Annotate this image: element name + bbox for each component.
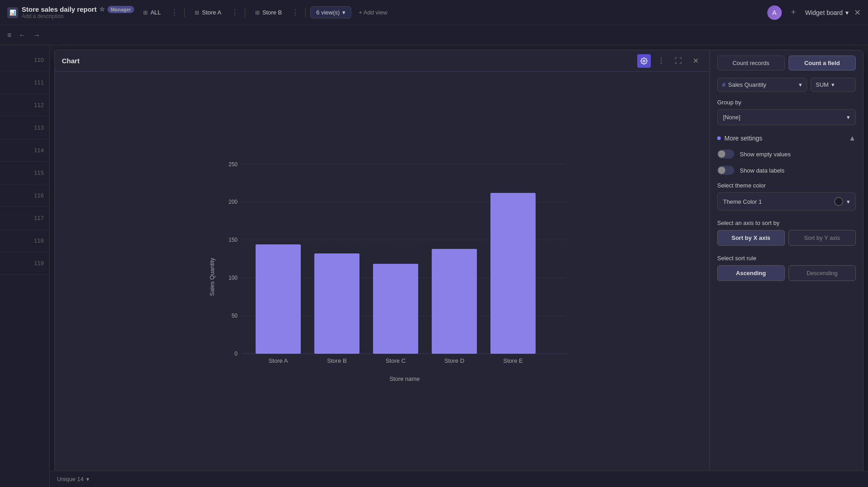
top-bar-left: 📊 Store sales daily report ☆ Manager Add… bbox=[7, 5, 762, 19]
chart-body: Sales Quantity 250 200 150 100 50 bbox=[55, 72, 709, 482]
agg-selector[interactable]: SUM ▾ bbox=[811, 78, 856, 92]
widget-board-button[interactable]: Widget board ▾ bbox=[805, 9, 849, 16]
show-labels-toggle[interactable] bbox=[717, 166, 734, 175]
add-description[interactable]: Add a description bbox=[22, 13, 134, 19]
tab-divider-2 bbox=[245, 8, 245, 17]
add-view-label: + Add view bbox=[359, 9, 387, 16]
show-labels-label: Show data labels bbox=[740, 167, 784, 174]
group-by-chevron: ▾ bbox=[847, 114, 850, 121]
svg-text:50: 50 bbox=[232, 313, 238, 319]
theme-chevron: ▾ bbox=[847, 198, 850, 205]
more-settings-text: More settings bbox=[724, 135, 762, 142]
main-area: 110 111 112 113 114 115 116 117 118 119 … bbox=[0, 45, 868, 487]
sort-x-label: Sort by X axis bbox=[732, 234, 770, 241]
bar-store-c[interactable] bbox=[373, 264, 418, 354]
tab-store-b[interactable]: ⊞ Store B bbox=[250, 7, 287, 18]
row-numbers-sidebar: 110 111 112 113 114 115 116 117 118 119 bbox=[0, 45, 50, 487]
title-text: Store sales daily report bbox=[22, 5, 97, 13]
menu-button[interactable]: ≡ bbox=[5, 29, 13, 41]
theme-dropdown[interactable]: Theme Color 1 ▾ bbox=[717, 192, 856, 211]
theme-value: Theme Color 1 bbox=[723, 198, 762, 205]
field-row: # Sales Quantity ▾ SUM ▾ bbox=[710, 74, 863, 95]
close-top-button[interactable]: ✕ bbox=[854, 8, 861, 18]
sort-rule-buttons: Ascending Descending bbox=[717, 265, 856, 281]
agg-chevron: ▾ bbox=[831, 81, 835, 88]
tab-store-b-dots[interactable]: ⋮ bbox=[290, 8, 301, 17]
bar-store-d[interactable] bbox=[432, 249, 477, 354]
widget-board-chevron: ▾ bbox=[845, 9, 849, 16]
field-hash: # bbox=[722, 81, 725, 88]
svg-text:200: 200 bbox=[229, 199, 238, 205]
user-initials: A bbox=[772, 9, 776, 16]
add-view-button[interactable]: + Add view bbox=[354, 7, 392, 18]
row-118: 118 bbox=[0, 229, 49, 252]
theme-color-dot bbox=[834, 197, 843, 206]
show-empty-toggle[interactable] bbox=[717, 150, 734, 159]
svg-text:150: 150 bbox=[229, 237, 238, 243]
chart-container: Chart ⋮ ⛶ ✕ Sa bbox=[55, 50, 709, 482]
page-title: Store sales daily report ☆ Manager bbox=[22, 5, 134, 13]
tab-store-a-dots[interactable]: ⋮ bbox=[229, 8, 240, 17]
svg-text:100: 100 bbox=[229, 275, 238, 281]
theme-right: ▾ bbox=[834, 197, 850, 206]
group-by-dropdown[interactable]: [None] ▾ bbox=[717, 109, 856, 125]
tab-all[interactable]: ⊞ ALL bbox=[138, 7, 166, 18]
row-116: 116 bbox=[0, 184, 49, 207]
tab-store-a-icon: ⊞ bbox=[195, 9, 199, 16]
row-111: 111 bbox=[0, 71, 49, 94]
svg-text:0: 0 bbox=[234, 351, 238, 357]
svg-text:250: 250 bbox=[229, 161, 238, 168]
sort-y-axis-button[interactable]: Sort by Y axis bbox=[789, 230, 856, 246]
more-settings-label: More settings bbox=[717, 135, 762, 142]
user-avatar[interactable]: A bbox=[767, 5, 782, 20]
ascending-button[interactable]: Ascending bbox=[717, 265, 785, 281]
svg-text:Store D: Store D bbox=[444, 357, 464, 364]
count-records-button[interactable]: Count records bbox=[717, 56, 785, 70]
tab-all-label: ALL bbox=[150, 9, 161, 16]
tab-store-b-label: Store B bbox=[262, 9, 282, 16]
chart-close-button[interactable]: ✕ bbox=[689, 54, 702, 68]
top-bar-right: A + Widget board ▾ ✕ bbox=[767, 5, 861, 20]
row-113: 113 bbox=[0, 117, 49, 139]
svg-text:Store C: Store C bbox=[386, 357, 406, 364]
plus-button[interactable]: + bbox=[787, 6, 800, 19]
tab-all-dots[interactable]: ⋮ bbox=[169, 8, 180, 17]
more-settings-chevron: ▲ bbox=[849, 134, 856, 142]
field-selector[interactable]: # Sales Quantity ▾ bbox=[717, 78, 807, 92]
back-button[interactable]: ← bbox=[17, 29, 28, 41]
app-icon: 📊 bbox=[7, 7, 18, 18]
sort-y-label: Sort by Y axis bbox=[804, 234, 840, 241]
tab-store-a[interactable]: ⊞ Store A bbox=[189, 7, 227, 18]
bar-store-e[interactable] bbox=[490, 193, 536, 354]
count-records-label: Count records bbox=[733, 60, 770, 66]
manager-badge: Manager bbox=[107, 6, 134, 13]
more-settings-header[interactable]: More settings ▲ bbox=[710, 131, 863, 146]
star-icon[interactable]: ☆ bbox=[99, 6, 105, 13]
row-114: 114 bbox=[0, 139, 49, 162]
chart-expand-button[interactable]: ⛶ bbox=[672, 54, 685, 68]
sort-x-axis-button[interactable]: Sort by X axis bbox=[717, 230, 785, 246]
row-117: 117 bbox=[0, 207, 49, 229]
unique-chevron: ▾ bbox=[86, 476, 89, 482]
views-button[interactable]: 6 view(s) ▾ bbox=[310, 6, 351, 19]
svg-text:Sales Quantity: Sales Quantity bbox=[209, 258, 215, 296]
bar-store-b[interactable] bbox=[314, 253, 359, 354]
group-by-value: [None] bbox=[723, 114, 740, 121]
unique-badge[interactable]: Unique 14 ▾ bbox=[57, 476, 89, 482]
chart-header: Chart ⋮ ⛶ ✕ bbox=[55, 50, 709, 72]
chart-more-button[interactable]: ⋮ bbox=[654, 54, 668, 68]
show-empty-label: Show empty values bbox=[740, 151, 791, 158]
axis-sort-label: Select an axis to sort by bbox=[710, 216, 863, 228]
show-labels-row: Show data labels bbox=[710, 162, 863, 178]
svg-point-0 bbox=[643, 60, 645, 62]
tab-divider-3 bbox=[305, 8, 306, 17]
bar-store-a[interactable] bbox=[256, 244, 301, 354]
chart-settings-button[interactable] bbox=[637, 54, 651, 68]
descending-button[interactable]: Descending bbox=[789, 265, 856, 281]
forward-button[interactable]: → bbox=[31, 29, 42, 41]
views-label: 6 view(s) bbox=[316, 9, 340, 16]
count-field-button[interactable]: Count a field bbox=[789, 56, 856, 70]
descending-label: Descending bbox=[807, 270, 838, 276]
row-110: 110 bbox=[0, 49, 49, 71]
top-bar: 📊 Store sales daily report ☆ Manager Add… bbox=[0, 0, 868, 25]
